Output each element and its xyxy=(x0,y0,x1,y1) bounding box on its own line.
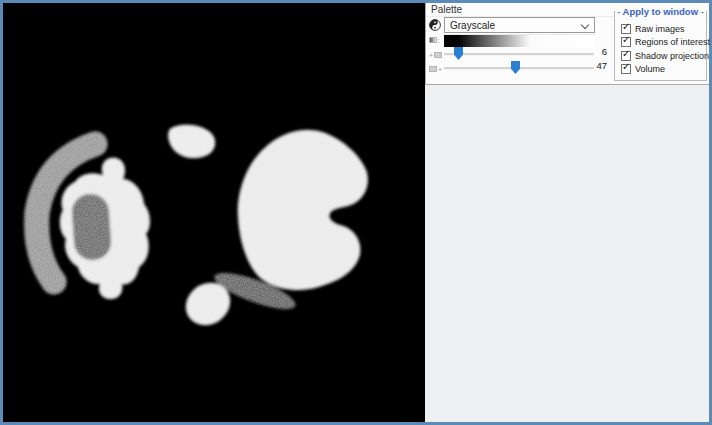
range-end-icon: + xyxy=(429,65,442,73)
checkbox-regions-of-interest[interactable]: ✓ xyxy=(621,37,631,47)
checkbox-row-raw-images[interactable]: ✓ Raw images xyxy=(621,24,704,34)
low-slider-value: 6 xyxy=(589,46,607,57)
ct-image-viewer[interactable] xyxy=(3,3,425,422)
app-window: Palette × Grayscale : + xyxy=(0,0,712,425)
palette-window: Palette × Grayscale : + xyxy=(425,3,709,85)
yin-yang-icon[interactable] xyxy=(429,19,441,31)
checkmark-icon: ✓ xyxy=(622,62,630,72)
checkbox-column: ✓ Raw images ✓ Regions of interest ✓ Sha… xyxy=(621,24,704,78)
checkmark-icon: ✓ xyxy=(622,22,630,32)
chevron-down-icon xyxy=(581,21,589,29)
checkmark-icon: ✓ xyxy=(622,35,630,45)
checkmark-icon: ✓ xyxy=(622,49,630,59)
checkbox-label-raw-images[interactable]: Raw images xyxy=(635,24,685,34)
colormap-selected-value: Grayscale xyxy=(450,20,495,31)
low-slider-track[interactable] xyxy=(444,53,594,56)
checkbox-label-shadow-projection[interactable]: Shadow projection xyxy=(635,51,709,61)
checkbox-label-volume[interactable]: Volume xyxy=(635,64,665,74)
apply-to-window-group: - Apply to window - ✓ Raw images ✓ Regio… xyxy=(614,11,707,81)
high-slider-value: 47 xyxy=(589,60,607,71)
checkbox-raw-images[interactable]: ✓ xyxy=(621,24,631,34)
palette-title: Palette xyxy=(431,4,462,15)
checkbox-row-regions-of-interest[interactable]: ✓ Regions of interest xyxy=(621,37,704,47)
gradient-mini-icon: : xyxy=(429,36,440,44)
panel-empty-area xyxy=(425,85,709,422)
checkbox-row-shadow-projection[interactable]: ✓ Shadow projection xyxy=(621,51,704,61)
ct-structure-capsule xyxy=(71,193,113,261)
palette-gradient-preview xyxy=(444,34,595,47)
checkbox-shadow-projection[interactable]: ✓ xyxy=(621,51,631,61)
range-start-icon: + xyxy=(429,51,442,59)
ct-slice-rendering xyxy=(3,3,425,422)
high-slider-thumb[interactable] xyxy=(511,61,520,74)
checkbox-label-regions-of-interest[interactable]: Regions of interest xyxy=(635,37,710,47)
checkbox-row-volume[interactable]: ✓ Volume xyxy=(621,64,704,74)
side-panel: Palette × Grayscale : + xyxy=(425,3,709,422)
colormap-select[interactable]: Grayscale xyxy=(444,17,595,33)
low-slider-thumb[interactable] xyxy=(454,47,463,60)
checkbox-volume[interactable]: ✓ xyxy=(621,64,631,74)
apply-to-window-legend: - Apply to window - xyxy=(615,6,706,17)
